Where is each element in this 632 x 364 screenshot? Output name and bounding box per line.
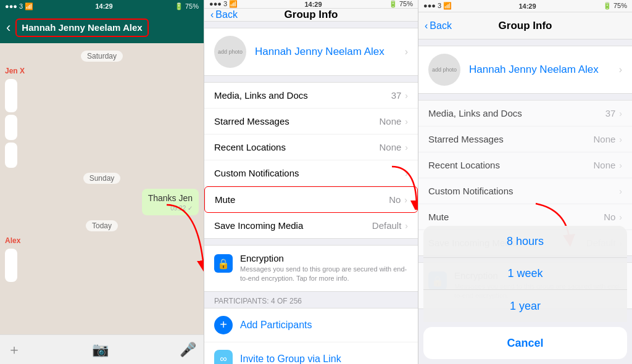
bubble-received-alex [5,249,17,282]
bubble-sent-thanks: Thanks Jen 09:22 ✓ [142,189,199,215]
modal-add-photo-label: add photo [432,67,457,73]
group-header: add photo Hannah Jenny Neelam Alex › [204,28,418,76]
info-navbar: ‹ Back Group Info [204,9,418,22]
modal-group-name: Hannah Jenny Neelam Alex [469,64,619,76]
date-label-saturday: Saturday [81,51,123,62]
plus-icon[interactable]: ＋ [7,341,21,359]
camera-icon[interactable]: 📷 [92,342,109,358]
invite-icon: ∞ [214,350,233,364]
encryption-text: Encryption Messages you send to this gro… [240,253,408,284]
participants-label: PARTICIPANTS: 4 OF 256 [204,292,418,308]
modal-row-starred: Starred Messages None › [418,126,632,152]
bubble-received-1 [5,79,17,112]
group-name: Hannah Jenny Neelam Alex [255,46,405,58]
modal-row-locations: Recent Locations None › [418,152,632,178]
cancel-button[interactable]: Cancel [423,327,627,359]
time-display: 14:29 [95,2,112,10]
row-starred-value: None [379,116,401,126]
modal-group-chevron: › [619,64,622,75]
back-chevron-2: ‹ [210,9,214,20]
sender-alex: Alex [5,236,199,245]
carrier-3: ●●● 3 📶 [423,2,452,10]
modal-back-button[interactable]: ‹ Back [425,20,452,31]
chat-header: ‹ Hannah Jenny Neelam Alex [0,12,204,43]
add-participants-label: Add Participants [240,320,312,331]
battery-3: 🔋 75% [603,2,627,10]
lock-icon: 🔒 [217,258,230,270]
time-3: 14:29 [518,2,536,10]
add-photo-label: add photo [218,49,243,56]
time-2: 14:29 [304,1,322,8]
row-locations-chevron: › [405,143,408,152]
back-button-2[interactable]: ‹ Back [210,9,238,20]
option-8-hours[interactable]: 8 hours [423,226,627,258]
battery-2: 🔋 75% [389,0,413,8]
encryption-row[interactable]: 🔒 Encryption Messages you send to this g… [204,245,418,292]
back-button[interactable]: ‹ [6,21,10,35]
option-1-year[interactable]: 1 year [423,290,627,322]
date-label-sunday: Sunday [83,173,121,184]
action-sheet-overlay: 8 hours 1 week 1 year Cancel [418,226,632,364]
participants-section: + Add Participants ∞ Invite to Group via… [204,308,418,364]
modal-row-locations-value: None [593,160,615,170]
row-media-save[interactable]: Save Incoming Media Default › [204,213,418,238]
chat-footer: ＋ 📷 🎤 [0,334,204,364]
sender-jen: Jen X [5,67,199,75]
chat-title-box: Hannah Jenny Neelam Alex [15,19,148,37]
row-locations[interactable]: Recent Locations None › [204,134,418,160]
row-mute-label: Mute [215,194,389,205]
modal-row-notifications: Custom Notifications › [418,178,632,204]
encryption-desc: Messages you send to this group are secu… [240,265,408,284]
modal-back-chevron: ‹ [425,20,428,31]
row-locations-value: None [379,142,401,152]
chat-body: Saturday Jen X Sunday Thanks Jen 09:22 ✓… [0,43,204,334]
group-info-panel: ●●● 3 📶 14:29 🔋 75% ‹ Back Group Info ad… [204,0,418,364]
row-media-value: 37 [391,90,402,101]
row-media-save-label: Save Incoming Media [214,220,372,231]
group-name-chevron: › [405,46,408,57]
row-media-save-chevron: › [405,221,408,231]
bubble-received-2 [5,115,17,140]
invite-row[interactable]: ∞ Invite to Group via Link [204,342,418,364]
bubble-received-3 [5,143,17,168]
modal-row-starred-label: Starred Messages [428,134,593,144]
mic-icon[interactable]: 🎤 [180,342,196,358]
red-arrow-panel2 [386,160,418,210]
modal-row-media-label: Media, Links and Docs [428,108,605,118]
row-media-chevron: › [405,91,408,101]
modal-row-media: Media, Links and Docs 37 › [418,101,632,126]
encryption-icon: 🔒 [214,254,233,273]
row-media-label: Media, Links and Docs [214,90,391,101]
modal-navbar-title: Group Info [499,20,552,32]
back-label-2: Back [215,9,238,20]
add-photo-button[interactable]: add photo [214,36,246,68]
row-starred-chevron: › [405,117,408,126]
chat-statusbar: ●●● 3 📶 14:29 🔋 75% [0,0,204,12]
battery-display: 🔋 75% [175,2,199,10]
row-starred-label: Starred Messages [214,116,379,126]
row-starred[interactable]: Starred Messages None › [204,109,418,134]
modal-navbar: ‹ Back Group Info [418,12,632,39]
add-participants-icon: + [214,316,233,334]
add-participants-row[interactable]: + Add Participants [204,308,418,342]
info-statusbar: ●●● 3 📶 14:29 🔋 75% [204,0,418,9]
row-media-save-value: Default [372,220,402,231]
modal-add-photo[interactable]: add photo [428,54,460,86]
encryption-title: Encryption [240,253,408,263]
chat-panel: ●●● 3 📶 14:29 🔋 75% ‹ Hannah Jenny Neela… [0,0,204,364]
sent-text: Thanks Jen [148,193,193,203]
navbar-title-2: Group Info [285,9,338,21]
modal-row-notifications-label: Custom Notifications [428,186,619,196]
sent-time: 09:22 ✓ [148,205,193,212]
modal-group-header: add photo Hannah Jenny Neelam Alex › [418,46,632,94]
modal-row-mute-value: No [604,212,615,222]
option-1-week[interactable]: 1 week [423,258,627,290]
modal-row-locations-label: Recent Locations [428,160,593,170]
modal-row-starred-value: None [593,134,615,144]
carrier-signal: ●●● 3 📶 [5,2,33,10]
row-locations-label: Recent Locations [214,142,379,152]
row-media[interactable]: Media, Links and Docs 37 › [204,83,418,109]
modal-panel: ●●● 3 📶 14:29 🔋 75% ‹ Back Group Info ad… [418,0,632,364]
action-sheet: 8 hours 1 week 1 year [423,226,627,322]
date-label-today: Today [86,220,118,231]
